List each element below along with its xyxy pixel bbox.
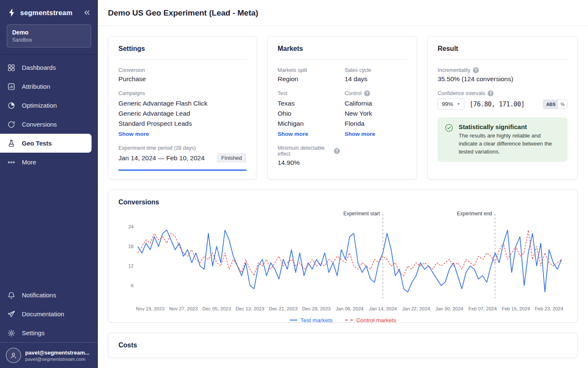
confidence-intervals-row: 99% ▼ [76.80, 171.00] ABS % bbox=[438, 98, 567, 110]
legend-label: Test markets bbox=[301, 317, 333, 323]
confidence-intervals-help-icon[interactable]: ? bbox=[488, 90, 494, 96]
mde-help-icon[interactable]: ? bbox=[334, 148, 340, 154]
sidebar-item-label: Settings bbox=[22, 329, 45, 336]
segmentstream-logo-icon bbox=[7, 8, 17, 18]
experiment-progress-bar bbox=[118, 169, 247, 171]
sidebar-item-more[interactable]: More bbox=[0, 153, 98, 172]
test-market-item: Michigan bbox=[278, 119, 340, 129]
pct-toggle-option[interactable]: % bbox=[558, 100, 567, 109]
campaigns-field: Campaigns Generic Advantage Flash Click … bbox=[118, 90, 247, 138]
sidebar-item-documentation[interactable]: Documentation bbox=[0, 304, 98, 323]
sidebar-bottom-nav: Notifications Documentation Settings bbox=[0, 286, 98, 342]
user-email: pavel@segmentstream.com bbox=[25, 357, 89, 362]
sidebar-item-label: Notifications bbox=[22, 291, 56, 299]
abs-toggle-option[interactable]: ABS bbox=[543, 100, 558, 109]
control-markets-label: Control ? bbox=[345, 90, 407, 96]
control-markets-show-more-link[interactable]: Show more bbox=[345, 131, 375, 137]
divider bbox=[118, 59, 247, 60]
period-value: Jan 14, 2024 — Feb 10, 2024 bbox=[118, 154, 205, 162]
legend-item-test-markets[interactable]: Test markets bbox=[290, 317, 333, 323]
check-circle-icon bbox=[444, 123, 454, 132]
documentation-icon bbox=[7, 310, 16, 318]
user-name: pavel@segmentstream... bbox=[25, 349, 89, 356]
sidebar-item-label: Dashboards bbox=[22, 64, 56, 71]
dashboards-icon bbox=[7, 64, 16, 72]
markets-split-value: Region bbox=[278, 75, 340, 83]
chart-legend: Test markets Control markets bbox=[118, 317, 567, 323]
confidence-intervals-label-text: Confidence intervals bbox=[438, 90, 485, 96]
settings-card: Settings Conversion Purchase Campaigns G… bbox=[108, 36, 257, 180]
sidebar-item-label: Conversions bbox=[22, 121, 57, 128]
markets-split-label: Markets split bbox=[278, 67, 340, 73]
main-area: Demo US Geo Experiment (Lead - Meta) Set… bbox=[98, 0, 588, 368]
control-markets-legend-swatch bbox=[345, 320, 353, 320]
period-field: Experiment time period (28 days) Jan 14,… bbox=[118, 145, 247, 171]
sidebar-spacer bbox=[0, 172, 98, 286]
user-account[interactable]: pavel@segmentstream... pavel@segmentstre… bbox=[0, 342, 98, 368]
test-markets-field: Test Texas Ohio Michigan Show more bbox=[278, 90, 340, 138]
mde-value: 14.90% bbox=[278, 159, 340, 167]
campaign-item: Generic Advantage Flash Click bbox=[118, 98, 247, 109]
sidebar-item-dashboards[interactable]: Dashboards bbox=[0, 58, 98, 77]
content: Settings Conversion Purchase Campaigns G… bbox=[98, 26, 588, 368]
sidebar-item-label: Optimization bbox=[22, 102, 57, 109]
sidebar-collapse-icon[interactable] bbox=[83, 8, 91, 17]
result-card-title: Result bbox=[438, 45, 567, 53]
segmentstream-logo[interactable]: segmentstream bbox=[7, 8, 73, 18]
sidebar-item-attribution[interactable]: Attribution bbox=[0, 77, 98, 96]
svg-text:24: 24 bbox=[128, 224, 134, 229]
sidebar-nav: Dashboards Attribution Optimization Conv… bbox=[0, 58, 98, 172]
significance-content: Statistically significant The results ar… bbox=[459, 123, 561, 156]
test-markets-show-more-link[interactable]: Show more bbox=[278, 131, 308, 137]
sidebar-item-settings[interactable]: Settings bbox=[0, 323, 98, 342]
bell-icon bbox=[7, 291, 16, 299]
sidebar: segmentstream Demo Sandbox Dashboards At… bbox=[0, 0, 98, 368]
legend-item-control-markets[interactable]: Control markets bbox=[345, 317, 396, 323]
sidebar-item-label: Geo Tests bbox=[22, 140, 52, 147]
sidebar-item-geo-tests[interactable]: Geo Tests bbox=[0, 134, 92, 153]
control-help-icon[interactable]: ? bbox=[364, 90, 370, 96]
topbar: Demo US Geo Experiment (Lead - Meta) bbox=[98, 0, 588, 26]
sidebar-item-conversions[interactable]: Conversions bbox=[0, 115, 98, 134]
incrementality-help-icon[interactable]: ? bbox=[473, 67, 479, 73]
sidebar-item-label: Documentation bbox=[22, 310, 64, 318]
abs-pct-toggle: ABS % bbox=[543, 100, 567, 109]
svg-text:Dec 29, 2023: Dec 29, 2023 bbox=[302, 306, 331, 311]
svg-text:Dec 05, 2023: Dec 05, 2023 bbox=[202, 306, 231, 311]
svg-text:Nov 27, 2023: Nov 27, 2023 bbox=[169, 306, 198, 311]
page-title: Demo US Geo Experiment (Lead - Meta) bbox=[108, 8, 258, 18]
test-markets-list: Texas Ohio Michigan bbox=[278, 98, 340, 129]
svg-text:Dec 13, 2023: Dec 13, 2023 bbox=[236, 306, 264, 311]
confidence-level-dropdown[interactable]: 99% ▼ bbox=[438, 98, 465, 110]
sidebar-item-notifications[interactable]: Notifications bbox=[0, 286, 98, 304]
svg-text:Nov 19, 2023: Nov 19, 2023 bbox=[136, 306, 165, 311]
campaigns-list: Generic Advantage Flash Click Generic Ad… bbox=[118, 98, 247, 129]
confidence-intervals-label: Confidence intervals ? bbox=[438, 90, 567, 96]
optimization-icon bbox=[7, 101, 16, 110]
sidebar-item-optimization[interactable]: Optimization bbox=[0, 96, 98, 115]
geo-tests-flask-icon bbox=[7, 139, 16, 148]
campaigns-show-more-link[interactable]: Show more bbox=[118, 131, 149, 137]
divider bbox=[278, 59, 407, 60]
costs-card: Costs bbox=[108, 333, 578, 358]
confidence-intervals-field: Confidence intervals ? 99% ▼ [76.80, 171… bbox=[438, 90, 567, 110]
control-market-item: California bbox=[345, 98, 407, 109]
control-markets-field: Control ? California New York Florida Sh… bbox=[345, 90, 407, 138]
result-card: Result Incrementality ? 35.50% (124 conv… bbox=[427, 36, 578, 180]
legend-label: Control markets bbox=[356, 317, 396, 323]
conversions-chart-svg: 6121824Nov 19, 2023Nov 27, 2023Dec 05, 2… bbox=[118, 208, 567, 314]
sidebar-item-label: Attribution bbox=[22, 83, 50, 90]
markets-card: Markets Markets split Region Sales cycle… bbox=[267, 36, 417, 180]
attribution-icon bbox=[7, 82, 16, 91]
svg-text:Feb 23, 2024: Feb 23, 2024 bbox=[535, 306, 564, 311]
campaign-item: Generic Advantage Lead bbox=[118, 109, 247, 119]
sales-cycle-field: Sales cycle 14 days bbox=[345, 67, 407, 83]
mde-label: Minimum detectable effect ? bbox=[278, 145, 340, 157]
campaign-item: Standard Prospect Leads bbox=[118, 119, 247, 129]
conversion-label: Conversion bbox=[118, 67, 247, 73]
svg-text:Dec 21, 2023: Dec 21, 2023 bbox=[269, 306, 297, 311]
incrementality-value: 35.50% (124 conversions) bbox=[438, 75, 567, 83]
workspace-switcher[interactable]: Demo Sandbox bbox=[7, 24, 91, 48]
control-market-item: New York bbox=[345, 109, 407, 119]
period-label: Experiment time period (28 days) bbox=[118, 145, 247, 151]
